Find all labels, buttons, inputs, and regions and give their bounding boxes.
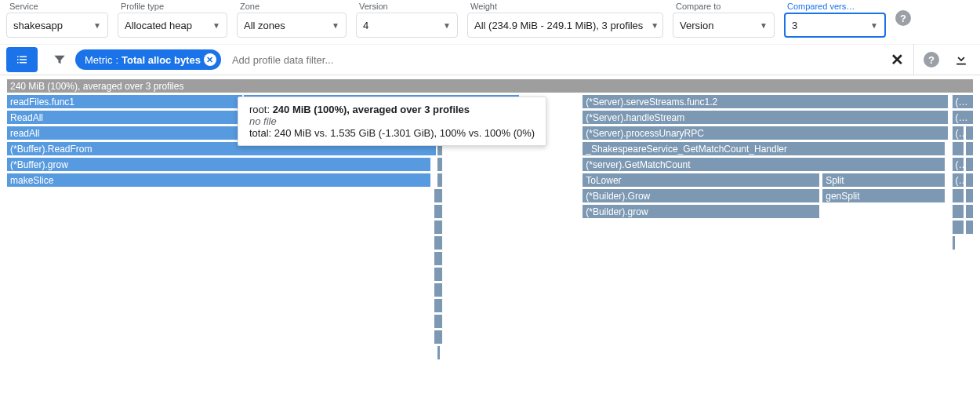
chevron-down-icon: ▼	[212, 21, 220, 30]
flame-frame[interactable]: (*h…	[952, 110, 974, 125]
tooltip-line3-prefix: total:	[249, 127, 274, 139]
flame-frame[interactable]: ToLower	[582, 173, 820, 188]
metric-chip[interactable]: Metric : Total alloc bytes ✕	[75, 49, 221, 70]
service-control: Service shakesapp ▼	[6, 2, 108, 38]
flame-frame[interactable]: _ShakespeareService_GetMatchCount_Handle…	[582, 141, 946, 156]
flame-frame[interactable]: readFiles.func1	[6, 94, 243, 109]
flame-frame[interactable]: (*Server).handleStream	[582, 110, 949, 125]
compared-version-select[interactable]: 3 ▼	[784, 13, 886, 38]
chip-remove-icon[interactable]: ✕	[204, 53, 216, 66]
version-label: Version	[359, 2, 458, 11]
flame-frame[interactable]: (*Builder).Grow	[582, 188, 820, 203]
tooltip-line1: root: 240 MiB (100%), averaged over 3 pr…	[249, 104, 535, 115]
compared-version-label: Compared vers…	[787, 2, 886, 11]
chevron-down-icon: ▼	[443, 21, 451, 30]
flame-frame[interactable]	[437, 157, 442, 172]
tooltip-line1-prefix: root:	[249, 104, 273, 115]
flame-frame[interactable]: (…	[952, 173, 964, 188]
list-view-button[interactable]	[6, 47, 38, 72]
flame-frame[interactable]	[965, 173, 974, 188]
flame-frame[interactable]	[434, 314, 442, 329]
divider	[913, 44, 914, 75]
flame-frame[interactable]	[434, 251, 442, 266]
flame-frame[interactable]	[434, 330, 442, 344]
flame-frame[interactable]	[965, 157, 974, 172]
service-label: Service	[9, 2, 108, 11]
tooltip-line1-value: 240 MiB (100%), averaged over 3 profiles	[273, 104, 470, 115]
flame-frame[interactable]: (*Builder).grow	[582, 204, 820, 219]
flame-frame[interactable]	[437, 345, 441, 360]
control-bar: Service shakesapp ▼ Profile type Allocat…	[0, 0, 980, 44]
tooltip-line2: no file	[249, 115, 535, 127]
profile-type-label: Profile type	[121, 2, 227, 11]
flame-frame[interactable]: (*server).GetMatchCount	[582, 157, 946, 172]
zone-label: Zone	[240, 2, 347, 11]
list-icon	[15, 53, 29, 67]
flame-frame[interactable]	[965, 220, 974, 235]
flame-frame[interactable]	[952, 235, 956, 250]
flame-frame[interactable]	[434, 188, 442, 203]
clear-filter-button[interactable]: ✕	[881, 50, 913, 69]
profile-type-control: Profile type Allocated heap ▼	[118, 2, 227, 38]
chevron-down-icon: ▼	[870, 21, 878, 30]
compared-version-value: 3	[792, 20, 797, 31]
flame-frame[interactable]	[434, 283, 442, 297]
download-icon	[953, 51, 969, 67]
flame-frame[interactable]	[965, 188, 974, 203]
compare-to-select[interactable]: Version ▼	[673, 13, 775, 38]
version-value: 4	[363, 20, 368, 31]
service-select[interactable]: shakesapp ▼	[6, 13, 108, 38]
filter-bar: Metric : Total alloc bytes ✕ ✕ ?	[0, 44, 980, 75]
help-icon[interactable]: ?	[924, 52, 939, 67]
compared-version-control: Compared vers… 3 ▼	[784, 2, 886, 38]
compare-to-control: Compare to Version ▼	[673, 2, 775, 38]
compare-to-label: Compare to	[676, 2, 775, 11]
flame-frame[interactable]	[434, 220, 442, 235]
flame-frame[interactable]	[434, 298, 442, 313]
download-button[interactable]	[944, 51, 974, 69]
flame-frame[interactable]	[952, 204, 964, 219]
flame-frame[interactable]	[965, 141, 974, 156]
flame-frame[interactable]	[965, 204, 974, 219]
flame-graph-area: 240 MiB (100%), averaged over 3 profiles…	[6, 78, 974, 361]
flame-frame[interactable]	[965, 126, 974, 140]
metric-chip-value: Total alloc bytes	[122, 54, 201, 66]
tooltip-line3-value: 240 MiB vs. 1.535 GiB (-1.301 GiB), 100%…	[274, 127, 535, 139]
chevron-down-icon: ▼	[651, 21, 659, 30]
flame-frame[interactable]: (*Buffer).grow	[6, 157, 431, 172]
flame-frame[interactable]	[952, 220, 964, 235]
flame-frame[interactable]	[434, 267, 442, 282]
weight-label: Weight	[470, 2, 663, 11]
version-select[interactable]: 4 ▼	[356, 13, 458, 38]
metric-chip-prefix: Metric	[85, 54, 112, 66]
flame-frame[interactable]	[952, 141, 964, 156]
filter-icon	[53, 53, 67, 67]
chevron-down-icon: ▼	[760, 21, 768, 30]
weight-value: All (234.9 MiB - 249.1 MiB), 3 profiles	[474, 20, 643, 31]
compare-to-value: Version	[680, 20, 713, 31]
version-control: Version 4 ▼	[356, 2, 458, 38]
help-icon[interactable]: ?	[895, 10, 911, 26]
weight-control: Weight All (234.9 MiB - 249.1 MiB), 3 pr…	[467, 2, 663, 38]
flame-frame[interactable]: makeSlice	[6, 173, 431, 188]
tooltip-line3: total: 240 MiB vs. 1.535 GiB (-1.301 GiB…	[249, 127, 535, 139]
service-value: shakesapp	[13, 20, 63, 31]
flame-frame[interactable]: (*Server).processUnaryRPC	[582, 126, 949, 140]
flame-frame[interactable]: genSplit	[822, 188, 946, 203]
flame-frame[interactable]: Split	[822, 173, 946, 188]
filter-icon-button[interactable]	[44, 53, 75, 67]
flame-frame[interactable]	[434, 204, 442, 219]
flame-frame[interactable]: (*h…	[952, 94, 974, 109]
flame-frame[interactable]	[437, 173, 442, 188]
profile-type-select[interactable]: Allocated heap ▼	[118, 13, 227, 38]
flame-frame[interactable]: (*Server).serveStreams.func1.2	[582, 94, 949, 109]
zone-select[interactable]: All zones ▼	[237, 13, 347, 38]
flame-frame[interactable]	[434, 235, 442, 250]
flame-frame[interactable]	[952, 188, 964, 203]
zone-control: Zone All zones ▼	[237, 2, 347, 38]
flame-frame[interactable]: (…	[952, 126, 964, 140]
flame-root[interactable]: 240 MiB (100%), averaged over 3 profiles	[6, 78, 974, 93]
flame-frame[interactable]: (…	[952, 157, 964, 172]
weight-select[interactable]: All (234.9 MiB - 249.1 MiB), 3 profiles …	[467, 13, 663, 38]
filter-input[interactable]	[230, 53, 881, 67]
